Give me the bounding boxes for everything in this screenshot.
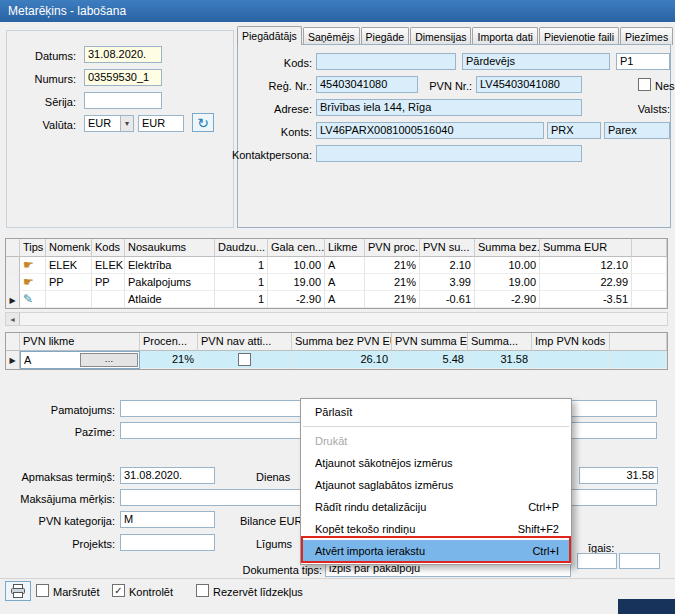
cell-nosaukums[interactable]: Elektrība xyxy=(125,257,215,274)
cell-gala-cena[interactable]: -2.90 xyxy=(268,291,325,308)
tab-pievienotie-faili[interactable]: Pievienotie faili xyxy=(539,27,619,45)
table-row-selected[interactable]: ▶ ✎ Atlaide 1 -2.90 A 21% -0.61 -2.90 -3… xyxy=(6,291,667,308)
cell-likme[interactable]: A xyxy=(325,291,365,308)
numurs-field[interactable]: 03559530_1 xyxy=(84,69,162,86)
summa-eur-field[interactable]: 31.58 xyxy=(579,467,658,484)
apmaksas-termins-field[interactable]: 31.08.2020. xyxy=(120,467,215,484)
cell-pvn-summa-eur[interactable]: 5.48 xyxy=(392,351,468,369)
cell-pvn-proc[interactable]: 21% xyxy=(365,291,420,308)
col-nosaukums[interactable]: Nosaukums xyxy=(125,239,215,257)
nesak-checkbox[interactable] xyxy=(638,78,651,91)
col-gala-cena[interactable]: Gala cen... xyxy=(268,239,325,257)
ellipsis-button[interactable]: … xyxy=(80,353,138,367)
col-summa[interactable]: Summa... xyxy=(468,333,532,351)
cell-nomenk[interactable]: ELEK xyxy=(46,257,92,274)
tab-piegade[interactable]: Piegāde xyxy=(361,27,410,45)
reg-nr-field[interactable]: 45403041080 xyxy=(316,76,418,93)
cell-kods[interactable] xyxy=(92,291,125,308)
cell-summa-bez-pvn[interactable]: 26.10 xyxy=(292,351,392,369)
menu-item-atvert-importa-ierakstu[interactable]: Atvērt importa ierakstu Ctrl+I xyxy=(301,540,571,562)
projekts-field[interactable] xyxy=(120,534,215,551)
col-kods[interactable]: Kods xyxy=(92,239,125,257)
tab-dimensijas[interactable]: Dimensijas xyxy=(410,27,471,45)
col-nomenk[interactable]: Nomenk... xyxy=(46,239,92,257)
cell-pvn-nav-att[interactable] xyxy=(198,351,292,369)
cell-nosaukums[interactable]: Atlaide xyxy=(125,291,215,308)
refresh-rate-button[interactable]: ↻ xyxy=(192,113,214,132)
cell-pvn-proc[interactable]: 21% xyxy=(365,257,420,274)
banka-kods-field[interactable]: PRX xyxy=(547,122,601,139)
cell-daudzums[interactable]: 1 xyxy=(215,257,268,274)
col-pvn-nav-att[interactable]: PVN nav atti... xyxy=(198,333,292,351)
table-row[interactable]: ☛ PP PP Pakalpojums 1 19.00 A 21% 3.99 1… xyxy=(6,274,667,291)
col-summa-eur[interactable]: Summa EUR xyxy=(540,239,632,257)
cell-kods[interactable]: ELEK xyxy=(92,257,125,274)
kods-field[interactable] xyxy=(316,53,456,70)
menu-item-atjaunot-saglabatos-izmerus[interactable]: Atjaunot saglabātos izmērus xyxy=(301,474,571,496)
cell-summa-bez[interactable]: 19.00 xyxy=(475,274,540,291)
datums-field[interactable]: 31.08.2020. xyxy=(84,46,162,63)
col-summa-bez[interactable]: Summa bez... xyxy=(475,239,540,257)
col-pvn-likme[interactable]: PVN likme xyxy=(20,333,140,351)
cell-summa-eur[interactable]: -3.51 xyxy=(540,291,632,308)
tab-sanemejs[interactable]: Saņēmējs xyxy=(303,27,360,45)
cell-kods[interactable]: PP xyxy=(92,274,125,291)
cell-daudzums[interactable]: 1 xyxy=(215,274,268,291)
cell-pvn-summa[interactable]: 2.10 xyxy=(420,257,475,274)
pvn-nav-att-checkbox[interactable] xyxy=(238,353,251,366)
scroll-left-icon[interactable]: ◄ xyxy=(6,313,20,325)
chevron-down-icon[interactable]: ▾ xyxy=(120,116,133,131)
col-summa-bez-pvn[interactable]: Summa bez PVN EUR xyxy=(292,333,392,351)
col-procents[interactable]: Procen... xyxy=(140,333,198,351)
serija-field[interactable] xyxy=(84,92,162,109)
konts-field[interactable]: LV46PARX0081000516040 xyxy=(316,122,544,139)
col-likme[interactable]: Likme xyxy=(325,239,365,257)
menu-item-radit-rindu-detalizaciju[interactable]: Rādīt rindu detalizāciju Ctrl+P xyxy=(301,496,571,518)
cell-summa-bez[interactable]: -2.90 xyxy=(475,291,540,308)
pvn-likme-editor[interactable]: A … xyxy=(20,351,140,369)
row-selector[interactable] xyxy=(6,274,20,291)
cell-summa[interactable]: 31.58 xyxy=(468,351,532,369)
horizontal-scrollbar[interactable]: ◄ xyxy=(5,312,668,326)
cell-pvn-proc[interactable]: 21% xyxy=(365,274,420,291)
rezervet-checkbox[interactable] xyxy=(196,584,209,597)
col-pvn-summa[interactable]: PVN su... xyxy=(420,239,475,257)
cell-summa-bez[interactable]: 10.00 xyxy=(475,257,540,274)
small-field-2[interactable] xyxy=(619,553,660,569)
valuta-secondary-field[interactable]: EUR xyxy=(138,115,184,132)
kontrolet-checkbox[interactable]: ✓ xyxy=(112,584,125,597)
tab-piezimes[interactable]: Piezīmes xyxy=(620,27,673,45)
menu-item-atjaunot-sakotnejos-izmerus[interactable]: Atjaunot sākotnējos izmērus xyxy=(301,452,571,474)
tab-importa-dati[interactable]: Importa dati xyxy=(472,27,537,45)
tab-piegadatajs[interactable]: Piegādātājs xyxy=(237,26,302,45)
col-daudzums[interactable]: Daudzu... xyxy=(215,239,268,257)
valuta-select[interactable]: EUR ▾ xyxy=(84,115,134,132)
cell-procents[interactable]: 21% xyxy=(140,351,198,369)
cell-pvn-summa[interactable]: -0.61 xyxy=(420,291,475,308)
col-imp-pvn-kods[interactable]: Imp PVN kods xyxy=(532,333,610,351)
p1-field[interactable]: P1 xyxy=(616,53,670,70)
small-field-1[interactable] xyxy=(577,553,617,569)
menu-item-kopet-tekoso-rindinu[interactable]: Kopēt tekošo rindiņu Shift+F2 xyxy=(301,518,571,540)
adrese-field[interactable]: Brīvības iela 144, Rīga xyxy=(316,99,582,116)
kontaktpersona-field[interactable] xyxy=(316,145,582,162)
pvn-kategorija-field[interactable]: M xyxy=(120,511,215,528)
vat-row-selected[interactable]: ▶ A … 21% 26.10 5.48 31.58 xyxy=(6,351,667,369)
print-button[interactable] xyxy=(5,581,31,601)
pardevejs-field[interactable]: Pārdevējs xyxy=(462,53,610,70)
cell-summa-eur[interactable]: 22.99 xyxy=(540,274,632,291)
cell-likme[interactable]: A xyxy=(325,257,365,274)
cell-nomenk[interactable]: PP xyxy=(46,274,92,291)
col-pvn-proc[interactable]: PVN proc... xyxy=(365,239,420,257)
cell-gala-cena[interactable]: 19.00 xyxy=(268,274,325,291)
cell-gala-cena[interactable]: 10.00 xyxy=(268,257,325,274)
col-tips[interactable]: Tips xyxy=(20,239,46,257)
cell-imp-pvn-kods[interactable] xyxy=(532,351,610,369)
table-row[interactable]: ☛ ELEK ELEK Elektrība 1 10.00 A 21% 2.10… xyxy=(6,257,667,274)
cell-likme[interactable]: A xyxy=(325,274,365,291)
menu-item-parlasit[interactable]: Pārlasīt xyxy=(301,401,571,423)
banka-field[interactable]: Parex xyxy=(604,122,670,139)
row-selector[interactable] xyxy=(6,257,20,274)
cell-nosaukums[interactable]: Pakalpojums xyxy=(125,274,215,291)
marsrutet-checkbox[interactable] xyxy=(36,584,49,597)
